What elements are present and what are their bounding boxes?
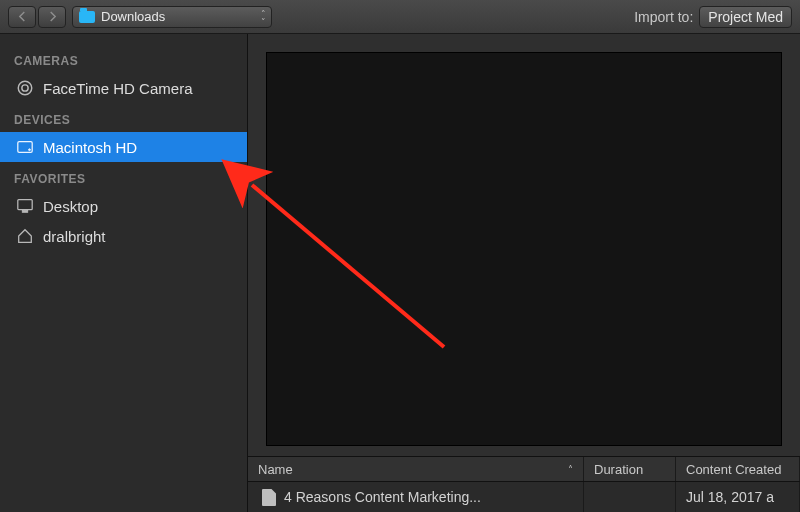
sidebar-item-label: dralbright	[43, 228, 106, 245]
column-label: Name	[258, 462, 293, 477]
main-area: Name ˄ Duration Content Created 4 Reason…	[248, 34, 800, 512]
column-label: Content Created	[686, 462, 781, 477]
section-header-devices: DEVICES	[0, 103, 247, 132]
sidebar-item-desktop[interactable]: Desktop	[0, 191, 247, 221]
sidebar-item-label: Desktop	[43, 198, 98, 215]
chevron-left-icon	[18, 11, 27, 22]
path-dropdown[interactable]: Downloads ˄˅	[72, 6, 272, 28]
svg-point-1	[22, 85, 28, 91]
sidebar-item-macintosh-hd[interactable]: Macintosh HD	[0, 132, 247, 162]
home-icon	[16, 227, 34, 245]
column-header-name[interactable]: Name ˄	[248, 457, 584, 481]
svg-point-0	[18, 81, 32, 95]
import-to-label: Import to:	[634, 9, 693, 25]
hdd-icon	[16, 138, 34, 156]
cell-content-created: Jul 18, 2017 a	[676, 482, 800, 512]
path-label: Downloads	[101, 9, 165, 24]
svg-point-3	[29, 149, 31, 151]
sidebar-item-label: FaceTime HD Camera	[43, 80, 192, 97]
sidebar-item-label: Macintosh HD	[43, 139, 137, 156]
cell-duration	[584, 482, 676, 512]
table-header: Name ˄ Duration Content Created	[248, 456, 800, 482]
back-button[interactable]	[8, 6, 36, 28]
cell-name: 4 Reasons Content Marketing...	[248, 482, 584, 512]
camera-icon	[16, 79, 34, 97]
desktop-icon	[16, 197, 34, 215]
import-window: Downloads ˄˅ Import to: Project Med CAME…	[0, 0, 800, 512]
column-header-duration[interactable]: Duration	[584, 457, 676, 481]
column-header-content-created[interactable]: Content Created	[676, 457, 800, 481]
import-target-dropdown[interactable]: Project Med	[699, 6, 792, 28]
preview-area-wrap	[248, 34, 800, 456]
preview-area	[266, 52, 782, 446]
toolbar: Downloads ˄˅ Import to: Project Med	[0, 0, 800, 34]
section-header-favorites: FAVORITES	[0, 162, 247, 191]
chevron-right-icon	[48, 11, 57, 22]
nav-buttons	[8, 6, 66, 28]
svg-rect-5	[22, 211, 27, 213]
updown-icon: ˄˅	[261, 10, 266, 26]
file-name: 4 Reasons Content Marketing...	[284, 489, 481, 505]
document-icon	[262, 489, 276, 506]
sidebar: CAMERAS FaceTime HD Camera DEVICES Macin…	[0, 34, 248, 512]
section-header-cameras: CAMERAS	[0, 44, 247, 73]
sidebar-item-facetime-camera[interactable]: FaceTime HD Camera	[0, 73, 247, 103]
svg-rect-4	[18, 200, 32, 210]
forward-button[interactable]	[38, 6, 66, 28]
column-label: Duration	[594, 462, 643, 477]
sidebar-item-dralbright[interactable]: dralbright	[0, 221, 247, 251]
table-row[interactable]: 4 Reasons Content Marketing... Jul 18, 2…	[248, 482, 800, 512]
import-target-label: Project Med	[708, 9, 783, 25]
folder-icon	[79, 11, 95, 23]
sort-ascending-icon: ˄	[568, 464, 573, 475]
